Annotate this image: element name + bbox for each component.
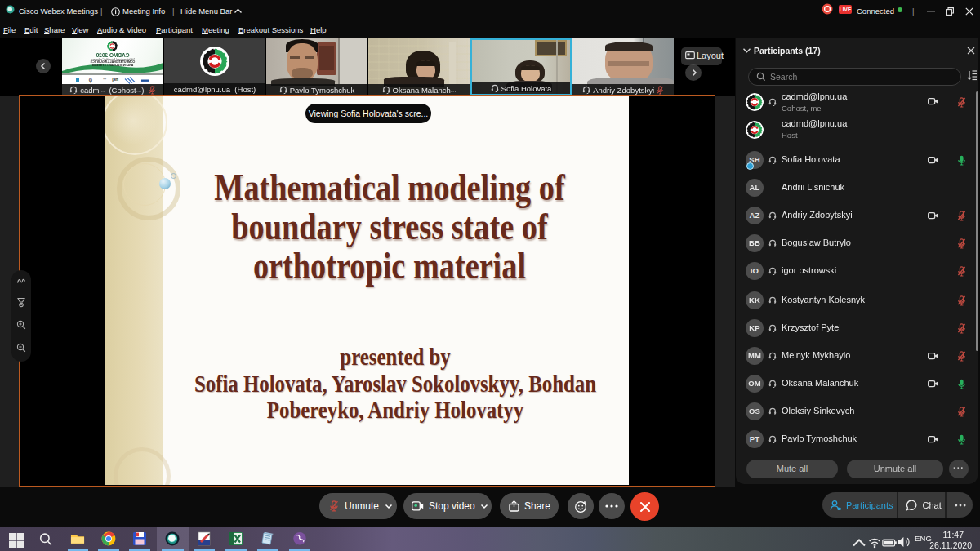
svg-text:mkj: mkj — [112, 78, 118, 82]
svg-text:φ: φ — [88, 76, 92, 83]
svg-text:▪▪▪: ▪▪▪ — [103, 78, 106, 81]
